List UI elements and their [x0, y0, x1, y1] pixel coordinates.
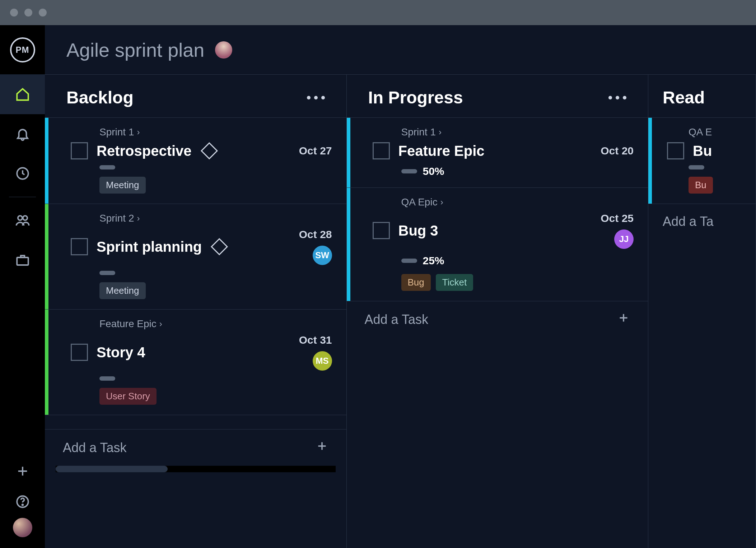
card-breadcrumb[interactable]: QA Epic ›: [401, 196, 634, 208]
nav-add[interactable]: [0, 457, 45, 486]
task-checkbox[interactable]: [373, 222, 390, 239]
bell-icon: [15, 126, 30, 141]
add-task-label: Add a Ta: [663, 214, 713, 229]
logo[interactable]: PM: [0, 25, 45, 75]
task-date: Oct 28: [299, 228, 332, 241]
task-date: Oct 20: [601, 145, 634, 157]
progress-bar: [99, 271, 115, 275]
column-menu-button[interactable]: [608, 96, 626, 99]
task-date: Oct 27: [299, 145, 332, 157]
traffic-light-zoom[interactable]: [39, 9, 47, 17]
briefcase-icon: [15, 252, 30, 268]
task-card[interactable]: Sprint 1 › Retrospective Oct 27: [45, 117, 346, 204]
task-checkbox[interactable]: [71, 142, 88, 159]
chevron-right-icon: ›: [137, 213, 140, 223]
tag-user-story[interactable]: User Story: [99, 388, 157, 405]
card-accent: [45, 118, 48, 204]
task-date: Oct 31: [299, 334, 332, 346]
add-task-label: Add a Task: [365, 312, 428, 327]
add-task-button[interactable]: Add a Task: [347, 301, 648, 338]
column-title: Backlog: [66, 88, 134, 107]
board-title: Agile sprint plan: [66, 39, 204, 61]
tag-meeting[interactable]: Meeting: [99, 177, 146, 194]
progress-bar: [401, 259, 417, 263]
clock-icon: [15, 166, 30, 181]
tag-bug[interactable]: Bu: [689, 177, 713, 194]
task-card[interactable]: QA E Bu Bu: [648, 117, 756, 204]
task-title: Story 4: [97, 344, 145, 361]
logo-text: PM: [16, 45, 29, 55]
task-date: Oct 25: [601, 212, 634, 224]
card-breadcrumb[interactable]: Sprint 2 ›: [99, 213, 332, 224]
column-in-progress: In Progress Sprint 1 › Feature Epic: [347, 75, 649, 548]
board-header: Agile sprint plan: [45, 25, 756, 75]
milestone-icon: [211, 238, 228, 255]
add-task-button[interactable]: Add a Ta: [648, 204, 756, 239]
card-accent: [347, 188, 350, 301]
card-breadcrumb[interactable]: Sprint 1 ›: [401, 126, 634, 138]
kanban-board: Backlog Sprint 1 › Retrospective: [45, 75, 756, 548]
task-checkbox[interactable]: [667, 142, 684, 159]
task-title: Sprint planning: [97, 239, 202, 255]
svg-point-5: [22, 504, 23, 505]
milestone-icon: [201, 142, 218, 159]
chevron-right-icon: ›: [137, 127, 140, 137]
tag-bug[interactable]: Bug: [401, 274, 431, 291]
card-breadcrumb[interactable]: Feature Epic ›: [99, 318, 332, 330]
task-checkbox[interactable]: [71, 238, 88, 255]
task-card[interactable]: QA Epic › Bug 3 Oct 25 JJ: [347, 187, 648, 301]
task-card[interactable]: Feature Epic › Story 4 Oct 31 MS: [45, 309, 346, 415]
nav-recent[interactable]: [0, 154, 45, 193]
column-title: Read: [663, 88, 705, 107]
sidebar-separator: [9, 197, 36, 197]
nav-home[interactable]: [0, 75, 45, 114]
nav-notifications[interactable]: [0, 114, 45, 154]
column-menu-button[interactable]: [307, 96, 325, 99]
progress-bar: [689, 165, 704, 169]
task-checkbox[interactable]: [71, 344, 88, 361]
task-title: Bug 3: [398, 223, 438, 239]
help-icon: [15, 494, 30, 509]
card-accent: [648, 118, 652, 204]
horizontal-scrollbar[interactable]: [56, 466, 336, 472]
task-card[interactable]: Sprint 2 › Sprint planning Oct 28 SW: [45, 204, 346, 309]
task-title: Bu: [693, 143, 712, 159]
board-member-avatar[interactable]: [215, 41, 232, 59]
card-accent: [347, 118, 350, 187]
chevron-right-icon: ›: [159, 319, 162, 329]
home-icon: [15, 87, 30, 102]
assignee-avatar[interactable]: MS: [313, 351, 332, 371]
svg-point-1: [18, 216, 22, 220]
task-title: Retrospective: [97, 143, 192, 159]
traffic-light-close[interactable]: [10, 9, 18, 17]
card-accent: [45, 310, 48, 415]
user-avatar[interactable]: [13, 518, 32, 537]
task-card[interactable]: Sprint 1 › Feature Epic Oct 20: [347, 117, 648, 187]
chevron-right-icon: ›: [440, 197, 443, 207]
progress-percent: 25%: [423, 255, 444, 267]
plus-icon: [316, 440, 328, 456]
nav-projects[interactable]: [0, 240, 45, 280]
svg-rect-3: [17, 257, 28, 265]
card-breadcrumb[interactable]: Sprint 1 ›: [99, 126, 332, 138]
task-checkbox[interactable]: [373, 142, 390, 159]
tag-ticket[interactable]: Ticket: [436, 274, 473, 291]
nav-help[interactable]: [0, 486, 45, 518]
tag-meeting[interactable]: Meeting: [99, 282, 146, 299]
assignee-avatar[interactable]: JJ: [614, 229, 634, 249]
card-breadcrumb[interactable]: QA E: [689, 126, 756, 138]
people-icon: [15, 213, 30, 228]
assignee-avatar[interactable]: SW: [313, 246, 332, 265]
progress-bar: [99, 376, 115, 381]
svg-point-2: [23, 216, 27, 220]
add-task-label: Add a Task: [63, 440, 126, 455]
plus-icon: [15, 464, 30, 479]
add-task-button[interactable]: Add a Task: [45, 429, 346, 466]
card-accent: [45, 204, 48, 309]
window-titlebar: [0, 0, 756, 25]
chevron-right-icon: ›: [439, 127, 442, 137]
progress-percent: 50%: [423, 165, 444, 177]
progress-bar: [99, 165, 115, 169]
nav-team[interactable]: [0, 201, 45, 240]
traffic-light-minimize[interactable]: [24, 9, 32, 17]
